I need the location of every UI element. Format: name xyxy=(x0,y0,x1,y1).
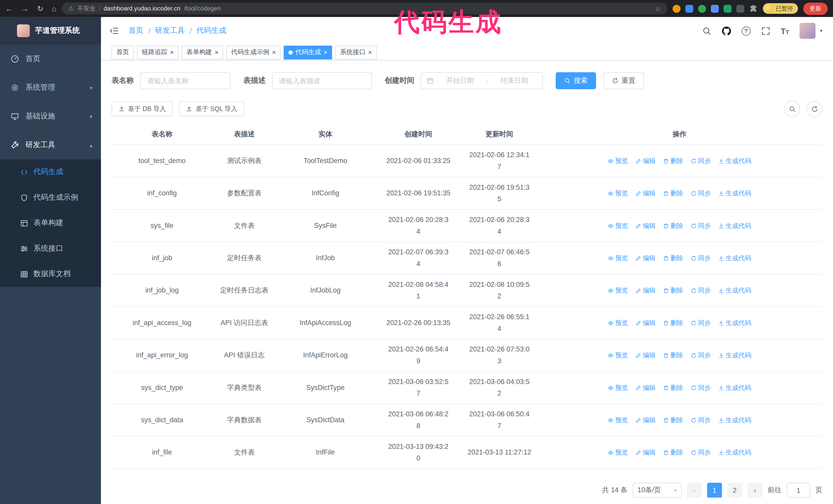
toggle-search-button[interactable] xyxy=(784,101,800,117)
fullscreen-icon[interactable] xyxy=(761,26,770,35)
help-icon[interactable]: ? xyxy=(741,26,751,35)
sync-link[interactable]: 同步 xyxy=(691,415,711,425)
delete-link[interactable]: 删除 xyxy=(663,415,683,425)
edit-link[interactable]: 编辑 xyxy=(635,318,656,327)
edit-link[interactable]: 编辑 xyxy=(635,286,656,295)
breadcrumb-devtools[interactable]: 研发工具 xyxy=(155,26,185,35)
reset-button[interactable]: 重置 xyxy=(603,72,644,89)
sidebar-fold-icon[interactable] xyxy=(110,26,119,35)
prev-page-button[interactable]: ‹ xyxy=(687,483,702,498)
preview-link[interactable]: 预览 xyxy=(608,351,628,360)
table-desc-input[interactable] xyxy=(272,72,372,89)
sync-link[interactable]: 同步 xyxy=(691,318,711,327)
next-page-button[interactable]: › xyxy=(747,483,762,498)
generate-code-link[interactable]: 生成代码 xyxy=(718,448,751,457)
forward-icon[interactable]: → xyxy=(21,4,29,13)
app-logo[interactable]: 芋道管理系统 xyxy=(0,17,101,45)
preview-link[interactable]: 预览 xyxy=(608,189,628,198)
delete-link[interactable]: 删除 xyxy=(663,448,683,457)
edit-link[interactable]: 编辑 xyxy=(635,351,656,360)
avatar-caret-icon[interactable]: ▾ xyxy=(820,28,822,33)
generate-code-link[interactable]: 生成代码 xyxy=(718,254,751,263)
tab-form-builder[interactable]: 表单构建 × xyxy=(182,45,223,59)
browser-update-button[interactable]: 更新 xyxy=(803,2,828,15)
tab-codegen[interactable]: 代码生成 × xyxy=(284,45,332,59)
edit-link[interactable]: 编辑 xyxy=(635,189,656,198)
close-icon[interactable]: × xyxy=(170,49,174,56)
sync-link[interactable]: 同步 xyxy=(691,383,711,392)
extension-icon-3[interactable] xyxy=(698,5,706,13)
edit-link[interactable]: 编辑 xyxy=(635,415,656,425)
url-bar[interactable]: ⚠ 不安全 dashboard.yudao.iocoder.cn /tool/c… xyxy=(62,3,667,14)
puzzle-extensions-icon[interactable] xyxy=(749,4,758,13)
preview-link[interactable]: 预览 xyxy=(608,254,628,263)
date-range-picker[interactable]: 开始日期 - 结束日期 xyxy=(421,72,543,89)
preview-link[interactable]: 预览 xyxy=(608,448,628,457)
sync-link[interactable]: 同步 xyxy=(691,254,711,263)
profile-paused-chip[interactable]: 已暂停 xyxy=(763,3,798,14)
preview-link[interactable]: 预览 xyxy=(608,383,628,392)
page-button-2[interactable]: 2 xyxy=(728,483,742,498)
sync-link[interactable]: 同步 xyxy=(691,189,711,198)
close-icon[interactable]: × xyxy=(272,49,276,56)
bookmark-star-icon[interactable]: ☆ xyxy=(654,5,661,13)
edit-link[interactable]: 编辑 xyxy=(635,157,656,165)
close-icon[interactable]: × xyxy=(368,49,372,56)
tab-home[interactable]: 首页 xyxy=(112,45,134,59)
sync-link[interactable]: 同步 xyxy=(691,221,711,230)
generate-code-link[interactable]: 生成代码 xyxy=(718,189,751,198)
generate-code-link[interactable]: 生成代码 xyxy=(718,351,751,360)
generate-code-link[interactable]: 生成代码 xyxy=(718,286,751,295)
sync-link[interactable]: 同步 xyxy=(691,448,711,457)
edit-link[interactable]: 编辑 xyxy=(635,448,656,457)
table-name-input[interactable] xyxy=(140,72,231,89)
delete-link[interactable]: 删除 xyxy=(663,254,683,263)
sidebar-item-home[interactable]: 首页 xyxy=(0,45,101,73)
page-size-select[interactable]: 10条/页 ▾ xyxy=(633,483,682,498)
generate-code-link[interactable]: 生成代码 xyxy=(718,318,751,327)
sidebar-item-infra[interactable]: 基础设施 ▾ xyxy=(0,102,101,131)
edit-link[interactable]: 编辑 xyxy=(635,383,656,392)
sidebar-item-devtools[interactable]: 研发工具 ▴ xyxy=(0,131,101,160)
preview-link[interactable]: 预览 xyxy=(608,286,628,295)
preview-link[interactable]: 预览 xyxy=(608,415,628,425)
back-icon[interactable]: ← xyxy=(5,4,13,13)
generate-code-link[interactable]: 生成代码 xyxy=(718,221,751,230)
extension-icon-6[interactable] xyxy=(736,5,744,13)
close-icon[interactable]: × xyxy=(215,49,218,56)
tab-system-api[interactable]: 系统接口 × xyxy=(335,45,377,59)
sidebar-item-codegen[interactable]: 代码生成 xyxy=(0,159,101,185)
delete-link[interactable]: 删除 xyxy=(663,286,683,295)
generate-code-link[interactable]: 生成代码 xyxy=(718,157,751,165)
sidebar-item-system-api[interactable]: 系统接口 xyxy=(0,236,101,261)
refresh-table-button[interactable] xyxy=(806,101,822,117)
reload-icon[interactable]: ↻ xyxy=(37,4,43,13)
user-avatar[interactable] xyxy=(800,23,815,39)
font-size-icon[interactable]: TT xyxy=(781,26,789,35)
generate-code-link[interactable]: 生成代码 xyxy=(718,415,751,425)
generate-code-link[interactable]: 生成代码 xyxy=(718,383,751,392)
import-db-button[interactable]: 基于 DB 导入 xyxy=(112,101,173,116)
preview-link[interactable]: 预览 xyxy=(608,221,628,230)
edit-link[interactable]: 编辑 xyxy=(635,254,656,263)
search-button[interactable]: 搜索 xyxy=(556,72,596,89)
import-sql-button[interactable]: 基于 SQL 导入 xyxy=(179,101,244,116)
close-icon[interactable]: × xyxy=(324,49,327,56)
delete-link[interactable]: 删除 xyxy=(663,318,683,327)
extension-icon-1[interactable] xyxy=(672,5,681,13)
delete-link[interactable]: 删除 xyxy=(663,383,683,392)
breadcrumb-home[interactable]: 首页 xyxy=(129,26,144,35)
delete-link[interactable]: 删除 xyxy=(663,351,683,360)
extension-icon-2[interactable] xyxy=(685,5,693,13)
extension-icon-4[interactable] xyxy=(711,5,719,13)
sync-link[interactable]: 同步 xyxy=(691,157,711,165)
sidebar-item-form-builder[interactable]: 表单构建 xyxy=(0,210,101,236)
tab-codegen-example[interactable]: 代码生成示例 × xyxy=(226,45,280,59)
preview-link[interactable]: 预览 xyxy=(608,157,628,165)
delete-link[interactable]: 删除 xyxy=(663,189,683,198)
breadcrumb-codegen[interactable]: 代码生成 xyxy=(196,26,226,35)
sync-link[interactable]: 同步 xyxy=(691,286,711,295)
goto-page-input[interactable] xyxy=(787,483,810,498)
sidebar-item-codegen-example[interactable]: 代码生成示例 xyxy=(0,185,101,210)
sidebar-item-db-doc[interactable]: 数据库文档 xyxy=(0,261,101,287)
